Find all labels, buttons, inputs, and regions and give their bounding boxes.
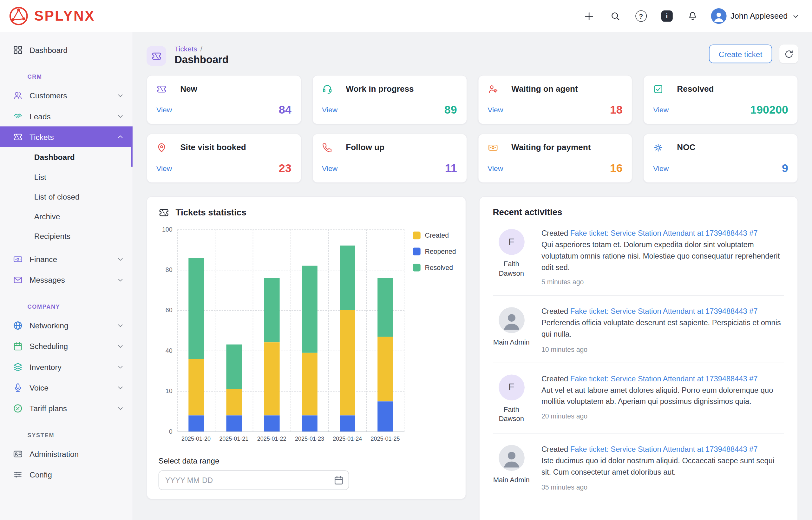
activity-ticket-link[interactable]: Fake ticket: Service Station Attendant a… (570, 374, 758, 383)
sidebar-item-messages[interactable]: Messages (0, 269, 133, 290)
info-icon[interactable]: i (659, 8, 675, 24)
chart-y-tick-label: 60 (166, 307, 172, 314)
legend-label: Created (425, 232, 449, 239)
activity-ticket-link[interactable]: Fake ticket: Service Station Attendant a… (570, 445, 758, 453)
stat-card-title: Waiting on agent (511, 84, 577, 94)
calendar-icon[interactable] (333, 475, 344, 486)
bar-segment-created (188, 359, 204, 415)
sidebar-item-customers[interactable]: Customers (0, 85, 133, 106)
refresh-button[interactable] (779, 45, 798, 63)
view-link[interactable]: View (156, 164, 172, 173)
user-menu[interactable]: John Appleseed (711, 8, 800, 24)
sidebar-item-config[interactable]: Config (0, 464, 133, 485)
view-link[interactable]: View (488, 106, 503, 114)
chevron-down-icon (116, 321, 124, 329)
activity-ticket-link[interactable]: Fake ticket: Service Station Attendant a… (570, 229, 758, 237)
chart-y-tick-label: 0 (169, 428, 172, 435)
stat-card-waiting-for-payment: Waiting for payment View 16 (478, 134, 632, 183)
legend-item[interactable]: Reopened (412, 248, 454, 255)
avatar (498, 307, 524, 334)
sidebar-item-voice[interactable]: Voice (0, 377, 133, 398)
agent-gear-icon (488, 84, 498, 94)
chart-y-tick-label: 100 (162, 226, 172, 233)
legend-item[interactable]: Created (412, 232, 454, 239)
question-glyph: ? (635, 10, 647, 22)
activity-timestamp: 5 minutes ago (541, 278, 784, 286)
activity-ticket-link[interactable]: Fake ticket: Service Station Attendant a… (570, 307, 758, 316)
help-icon[interactable]: ? (633, 8, 649, 24)
sidebar-item-dashboard[interactable]: Dashboard (0, 40, 133, 60)
tickets-badge-icon (146, 46, 166, 66)
topbar-actions: ? i John Appleseed (581, 8, 800, 24)
chevron-down-icon (116, 384, 124, 391)
info-glyph: i (661, 10, 672, 22)
chart-gridline (178, 432, 404, 432)
chevron-down-icon (116, 363, 124, 370)
chart-column (253, 229, 291, 432)
submenu-item-list-of-closed[interactable]: List of closed (0, 186, 133, 206)
submenu-item-dashboard[interactable]: Dashboard (0, 147, 133, 167)
view-link[interactable]: View (488, 164, 503, 173)
stacked-bar (302, 229, 317, 432)
activity-item: Main Admin Created Fake ticket: Service … (493, 296, 784, 363)
legend-label: Resolved (425, 264, 453, 271)
legend-swatch (412, 264, 420, 271)
view-link[interactable]: View (156, 106, 172, 114)
splynx-logo[interactable]: SPLYNX (8, 6, 95, 26)
date-range-input[interactable] (159, 470, 349, 490)
view-link[interactable]: View (322, 164, 337, 173)
chart-x-tick-label: 2025-01-23 (291, 436, 328, 442)
submenu-item-archive[interactable]: Archive (0, 206, 133, 226)
submenu-item-recipients[interactable]: Recipients (0, 226, 133, 245)
activity-body: Perferendis officia voluptate deserunt e… (541, 318, 784, 340)
view-link[interactable]: View (322, 106, 337, 114)
chart-legend: CreatedReopenedResolved (404, 229, 454, 432)
submenu-item-list[interactable]: List (0, 167, 133, 186)
layers-icon (12, 362, 23, 372)
chart-x-tick-label: 2025-01-24 (329, 436, 367, 442)
ticket-icon (159, 207, 169, 218)
sidebar-item-tariff-plans[interactable]: Tariff plans (0, 398, 133, 418)
activity-action: Created (541, 445, 568, 453)
ticket-icon (12, 132, 23, 142)
bell-icon[interactable] (685, 8, 700, 24)
bar-segment-reopened (340, 415, 355, 432)
chevron-down-icon (116, 404, 124, 412)
bar-segment-resolved (377, 278, 393, 337)
bar-segment-reopened (377, 401, 393, 432)
stat-card-value: 23 (279, 161, 292, 175)
sidebar-item-label: Finance (29, 255, 57, 263)
sidebar-item-leads[interactable]: Leads (0, 106, 133, 126)
add-button[interactable] (581, 8, 597, 24)
activity-user-name: Main Admin (493, 338, 530, 347)
activity-body: Aut vel et aut labore amet dolores aliqu… (541, 385, 784, 407)
bar-segment-resolved (340, 245, 355, 310)
legend-item[interactable]: Resolved (412, 264, 454, 271)
check-square-icon (653, 84, 664, 94)
avatar (711, 8, 726, 24)
sidebar-item-networking[interactable]: Networking (0, 315, 133, 336)
stat-card-value: 9 (782, 161, 788, 175)
sidebar-section-crm: CRM (0, 60, 133, 85)
sidebar-item-administration[interactable]: Administration (0, 444, 133, 464)
view-link[interactable]: View (653, 164, 669, 173)
stacked-bar (264, 229, 279, 432)
search-icon[interactable] (607, 8, 623, 24)
bar-segment-created (302, 353, 317, 415)
banknote-icon (12, 254, 23, 264)
bar-segment-resolved (264, 278, 279, 343)
sidebar-item-tickets[interactable]: Tickets (0, 126, 133, 147)
create-ticket-button[interactable]: Create ticket (709, 45, 773, 63)
breadcrumb-tickets-link[interactable]: Tickets (174, 45, 197, 53)
sidebar-item-finance[interactable]: Finance (0, 249, 133, 269)
activity-body: Qui asperiores totam et. Dolorum expedit… (541, 239, 784, 273)
sidebar-item-scheduling[interactable]: Scheduling (0, 336, 133, 356)
select-data-range-label: Select data range (159, 456, 454, 465)
stat-card-value: 89 (444, 103, 457, 116)
sidebar-item-inventory[interactable]: Inventory (0, 356, 133, 377)
tickets-statistics-panel: Tickets statistics 100806040100 CreatedR… (146, 197, 466, 499)
page-header: Tickets / Dashboard Create ticket (146, 45, 798, 66)
chart-column (291, 229, 329, 432)
splynx-app: SPLYNX ? i John Appleseed Dashboard CRM … (0, 0, 812, 520)
view-link[interactable]: View (653, 106, 669, 114)
